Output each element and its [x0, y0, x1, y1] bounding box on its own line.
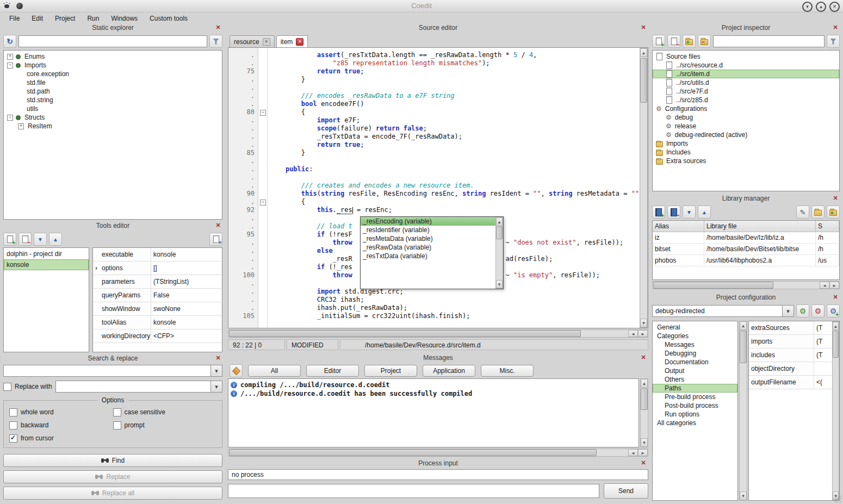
inspector-item-includes[interactable]: Includes [653, 148, 839, 157]
menu-item-run[interactable]: Run [81, 14, 105, 23]
close-panel-icon[interactable] [832, 195, 839, 202]
scroll-up-button[interactable] [640, 48, 647, 57]
completion-item-resencoding-variable[interactable]: _resEncoding (variable) [361, 217, 495, 226]
close-panel-icon[interactable] [832, 24, 839, 32]
window-maximize-button[interactable]: ▴ [816, 2, 826, 12]
process-input-field[interactable] [228, 484, 599, 498]
open-folder-button[interactable] [811, 206, 825, 219]
search-option-from-cursor[interactable]: from cursor [9, 433, 113, 443]
inspector-item-debug[interactable]: ⚙debug [653, 113, 839, 122]
messages-filter-misc[interactable]: Misc. [481, 365, 534, 377]
checkbox-prompt[interactable] [113, 421, 121, 430]
sync-config-button[interactable] [796, 304, 809, 318]
code-line[interactable]: _initialSum = crc322uint(ihash.finish); [270, 312, 640, 320]
editor-tab-item[interactable]: item✕ [276, 35, 308, 47]
replace-with-value[interactable] [55, 381, 211, 393]
scroll-right-button[interactable] [829, 282, 839, 289]
property-name-queryparams[interactable]: queryParams [100, 289, 151, 302]
config-category-general[interactable]: General [653, 323, 737, 332]
inspector-item-src-utils-d[interactable]: ../src/utils.d [653, 78, 839, 87]
property-name-executable[interactable]: executable [100, 248, 151, 262]
library-column-s[interactable]: S [816, 221, 839, 232]
library-cell-file-phobos[interactable]: /usr/lib64/libphobos2.a [704, 255, 816, 266]
scrollbar-thumb[interactable] [641, 388, 648, 410]
library-cell-extra-iz[interactable]: /h [816, 232, 839, 244]
code-line[interactable]: { [270, 198, 640, 206]
configuration-selected-value[interactable]: debug-redirected [652, 305, 783, 317]
scroll-down-button[interactable] [641, 438, 648, 447]
scroll-up-button[interactable] [833, 322, 839, 330]
code-line[interactable]: assert(_resTxtData.length == _resRawData… [270, 51, 640, 59]
library-cell-alias-phobos[interactable]: phobos [653, 255, 704, 266]
messages-vertical-scrollbar[interactable] [640, 378, 648, 447]
search-option-prompt[interactable]: prompt [113, 420, 217, 430]
inspector-item-debug-redirected-active[interactable]: ⚙debug-redirected (active) [653, 130, 839, 139]
message-entry[interactable]: compiling /.../build/resource.d.coedit [231, 381, 636, 389]
fold-collapse-icon[interactable]: − [260, 110, 266, 116]
completion-item-restxtdata-variable[interactable]: _resTxtData (variable) [361, 252, 495, 260]
code-folding-gutter[interactable]: −− [258, 48, 268, 328]
checkbox-whole-word[interactable] [9, 408, 17, 416]
search-option-case-sensitive[interactable]: case sensitive [113, 407, 217, 417]
search-term-value[interactable] [3, 365, 211, 377]
property-value-executable[interactable]: konsole [151, 248, 222, 262]
add-folder-button[interactable] [827, 206, 840, 219]
property-name-parameters[interactable]: parameters [100, 275, 151, 289]
config-property-value-imports[interactable]: (T [814, 335, 832, 349]
scroll-right-button[interactable] [638, 330, 648, 337]
add-tool-button[interactable] [3, 233, 16, 246]
menu-item-custom-tools[interactable]: Custom tools [144, 14, 194, 23]
inspector-item-src-e7f-d[interactable]: ../src/e7F.d [653, 87, 839, 96]
config-category-post-build-process[interactable]: Post-build process [653, 401, 737, 410]
checkbox-backward[interactable] [9, 421, 17, 430]
messages-filter-project[interactable]: Project [364, 365, 417, 377]
remove-folder-button[interactable] [698, 35, 711, 48]
scroll-up-button[interactable] [641, 379, 648, 388]
code-line[interactable]: _resTxtData = encode_7F(_resRawData); [270, 133, 640, 141]
remove-tool-button[interactable] [18, 233, 32, 246]
scrollbar-thumb[interactable] [653, 282, 773, 289]
code-line[interactable]: return true; [270, 141, 640, 149]
inspector-filter-button[interactable] [827, 35, 840, 48]
static-tree-item-std-string[interactable]: std.string [4, 96, 222, 104]
scroll-down-button[interactable] [640, 319, 647, 327]
library-column-library-file[interactable]: Library file [704, 221, 816, 232]
close-panel-icon[interactable] [214, 222, 222, 229]
window-close-button[interactable]: ✕ [829, 2, 840, 12]
add-folder-button[interactable] [683, 35, 696, 48]
library-cell-alias-iz[interactable]: iz [653, 232, 704, 244]
static-tree-item-enums[interactable]: +Enums [4, 52, 222, 61]
property-value-options[interactable]: [] [151, 262, 222, 275]
dropdown-arrow-icon[interactable] [783, 305, 794, 317]
property-value-queryparams[interactable]: False [151, 289, 222, 302]
completion-item-resmetadata-variable[interactable]: _resMetaData (variable) [361, 234, 495, 243]
static-tree-item-std-path[interactable]: std.path [4, 87, 222, 96]
library-cell-file-iz[interactable]: /home/basile/Dev/Iz/lib/iz.a [704, 232, 816, 244]
code-line[interactable]: bool encodee7F() [270, 100, 640, 108]
move-down-button[interactable] [683, 206, 696, 219]
static-tree-item-resitem[interactable]: +ResItem [4, 122, 222, 130]
code-line[interactable]: scope(failure) return false; [270, 125, 640, 133]
config-category-debugging[interactable]: Debugging [653, 349, 737, 358]
tab-close-icon[interactable]: ✕ [296, 38, 303, 46]
completion-scrollbar[interactable] [495, 217, 503, 289]
editor-horizontal-scrollbar[interactable] [228, 329, 648, 338]
dropdown-arrow-icon[interactable] [211, 365, 222, 377]
add-config-button[interactable] [827, 304, 840, 318]
close-panel-icon[interactable] [214, 24, 222, 32]
code-line[interactable]: this._res = resEnc; [270, 206, 640, 214]
move-up-button[interactable] [698, 206, 711, 219]
code-line[interactable]: import e7F; [270, 116, 640, 125]
inspector-item-src-z85-d[interactable]: ../src/z85.d [653, 96, 839, 104]
search-term-combobox[interactable] [3, 365, 222, 377]
code-line[interactable]: { [270, 108, 640, 116]
static-tree-item-std-file[interactable]: std.file [4, 78, 222, 87]
send-button[interactable]: Send [604, 483, 648, 499]
config-category-all-categories[interactable]: All categories [653, 419, 737, 427]
library-cell-alias-bitset[interactable]: bitset [653, 244, 704, 255]
library-horizontal-scrollbar[interactable] [652, 281, 840, 289]
library-cell-file-bitset[interactable]: /home/basile/Dev/Bitset/lib/bitse [704, 244, 816, 255]
menu-item-edit[interactable]: Edit [26, 14, 49, 23]
code-line[interactable]: /// creates and encodes a new resource i… [270, 182, 640, 190]
config-category-documentation[interactable]: Documentation [653, 358, 737, 366]
